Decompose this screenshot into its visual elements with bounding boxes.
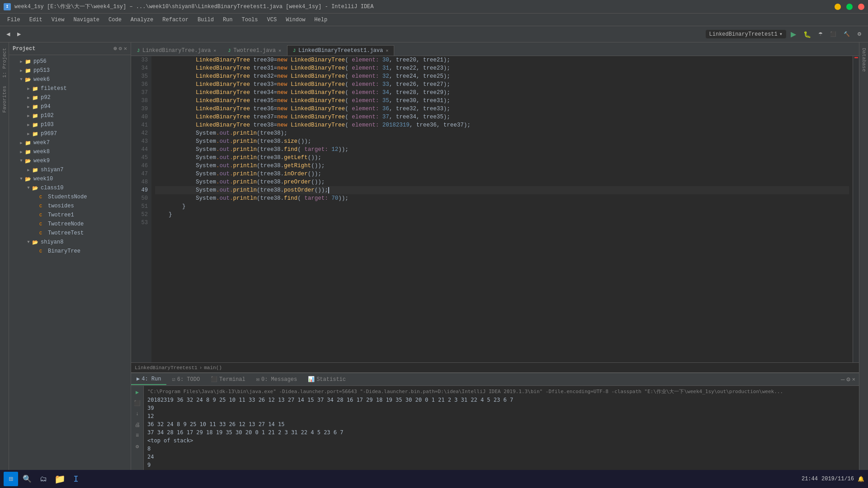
tree-item-p9697[interactable]: ▶ 📁 p9697 [9, 129, 131, 138]
scroll-end-btn[interactable]: ↓ [133, 409, 142, 418]
sidebar-settings-btn[interactable]: ⚙ [119, 45, 122, 52]
run-output[interactable]: "C:\Program Files\Java\jdk-13\bin\java.e… [144, 386, 859, 472]
bottom-tab-todo[interactable]: ☑ 6: TODO [166, 374, 205, 385]
minimize-button[interactable] [835, 4, 841, 10]
project-sidebar: Project ⊕ ⚙ ✕ ▶ 📁 pp56 ▶ 📁 pp513 [9, 42, 131, 472]
menu-code[interactable]: Code [105, 16, 125, 24]
breadcrumb-method: main() [204, 365, 222, 371]
bottom-tab-terminal[interactable]: ⬛ Terminal [205, 374, 251, 385]
menu-build[interactable]: Build [194, 16, 217, 24]
tree-item-twosides[interactable]: C twosides [9, 202, 131, 211]
tree-item-pp56[interactable]: ▶ 📁 pp56 [9, 57, 131, 66]
menu-file[interactable]: File [4, 16, 24, 24]
menu-analyze[interactable]: Analyze [127, 16, 157, 24]
tab-close-0[interactable]: ✕ [213, 48, 216, 53]
tree-item-week8[interactable]: ▶ 📁 week8 [9, 147, 131, 156]
print-btn[interactable]: 🖨 [133, 420, 142, 429]
tree-item-p92[interactable]: ▶ 📁 p92 [9, 93, 131, 102]
tab-close-1[interactable]: ✕ [278, 48, 281, 53]
menu-vcs[interactable]: VCS [264, 16, 281, 24]
rerun-button[interactable]: ▶ [133, 388, 142, 397]
run-config[interactable]: LinkedBinaryTreetest1 ▾ [706, 30, 786, 38]
title-bar-controls[interactable] [835, 4, 864, 10]
panel-minimize-btn[interactable]: — [841, 376, 844, 383]
close-button[interactable] [858, 4, 864, 10]
search-taskbar-btn[interactable]: 🔍 [20, 472, 34, 486]
tree-item-week6[interactable]: ▼ 📂 week6 [9, 75, 131, 84]
menu-refactor[interactable]: Refactor [159, 16, 192, 24]
folder-icon-shiyan8: 📂 [32, 239, 39, 246]
intellij-taskbar-btn[interactable]: I [69, 472, 83, 486]
ln-46: 46 [131, 162, 151, 170]
menu-window[interactable]: Window [282, 16, 309, 24]
forward-button[interactable]: ▶ [14, 30, 24, 38]
project-tab[interactable]: 1: Project [1, 44, 8, 81]
folder-icon-shiyan7: 📁 [32, 166, 39, 174]
panel-close-btn[interactable]: ✕ [852, 376, 855, 383]
tree-item-week10[interactable]: ▼ 📂 week10 [9, 174, 131, 183]
settings-button[interactable]: ⚙ [854, 30, 864, 38]
back-button[interactable]: ◀ [4, 30, 13, 38]
tree-item-shiyan7[interactable]: ▶ 📁 shiyan7 [9, 165, 131, 174]
stop-run-button[interactable]: ⬛ [133, 399, 142, 408]
tree-item-twotreenode[interactable]: C TwotreeNode [9, 220, 131, 229]
sidebar-close-btn[interactable]: ✕ [124, 45, 127, 52]
file-explorer-btn[interactable]: 📁 [52, 472, 67, 486]
folder-icon-week8: 📁 [24, 148, 32, 155]
title-bar: I week4_1sy [E:\作业\大一下\week4_1sy] – ...\… [0, 0, 868, 14]
tab-linkedbinarytree[interactable]: J LinkedBinaryTree.java ✕ [131, 45, 222, 56]
database-tab[interactable]: Database [860, 44, 868, 75]
ln-43: 43 [131, 137, 151, 145]
stop-button[interactable]: ⬛ [827, 30, 839, 38]
menu-tools[interactable]: Tools [238, 16, 262, 24]
tree-item-pp513[interactable]: ▶ 📁 pp513 [9, 66, 131, 75]
bottom-tab-statistic[interactable]: 📊 Statistic [302, 374, 351, 385]
tree-item-binarytree[interactable]: C BinaryTree [9, 247, 131, 256]
menu-run[interactable]: Run [219, 16, 236, 24]
tree-item-week9[interactable]: ▼ 📂 week9 [9, 156, 131, 165]
scrollbar-track[interactable] [853, 56, 859, 362]
run-button[interactable]: ▶ [788, 28, 799, 40]
tab-linkedbinarytreetest1[interactable]: J LinkedBinaryTreetest1.java ✕ [287, 45, 394, 56]
run-cmd-line: "C:\Program Files\Java\jdk-13\bin\java.e… [147, 388, 855, 396]
tab-label-1: Twotree1.java [233, 47, 276, 54]
tree-item-p102[interactable]: ▶ 📁 p102 [9, 111, 131, 120]
settings-run-btn[interactable]: ⚙ [133, 442, 142, 451]
tree-item-p94[interactable]: ▶ 📁 p94 [9, 102, 131, 111]
bottom-tab-messages[interactable]: ✉ 0: Messages [251, 374, 302, 385]
favorites-tab[interactable]: Favorites [1, 82, 8, 116]
panel-settings-btn[interactable]: ⚙ [846, 375, 850, 383]
run-tab-label: 4: Run [142, 376, 161, 382]
tree-item-class10[interactable]: ▼ 📂 class10 [9, 183, 131, 192]
tree-item-twotreetest[interactable]: C TwotreeTest [9, 229, 131, 238]
coverage-button[interactable]: ☂ [816, 30, 826, 38]
tree-item-p103[interactable]: ▶ 📁 p103 [9, 120, 131, 129]
code-line-41: LinkedBinaryTree tree38=new LinkedBinary… [155, 121, 849, 129]
menu-edit[interactable]: Edit [26, 16, 46, 24]
tab-close-2[interactable]: ✕ [386, 48, 388, 53]
run-output-5: 37 34 28 16 17 29 18 19 35 30 20 0 1 21 … [147, 428, 855, 436]
bottom-tab-run[interactable]: ▶ 4: Run [131, 374, 166, 385]
run-output-6: 8 [147, 445, 855, 453]
debug-button[interactable]: 🐛 [801, 29, 814, 39]
build-button[interactable]: 🔨 [841, 30, 853, 38]
ln-33: 33 [131, 56, 151, 64]
tab-twotree1[interactable]: J Twotree1.java ✕ [222, 45, 287, 56]
folder-icon-p94: 📁 [32, 103, 39, 110]
start-button[interactable]: ⊞ [4, 472, 18, 486]
tree-item-filetest[interactable]: ▶ 📁 filetest [9, 84, 131, 93]
code-line-43: System.out.println(tree38.size()); [155, 137, 849, 145]
tree-item-studentsnode[interactable]: C StudentsNode [9, 192, 131, 202]
menu-help[interactable]: Help [311, 16, 331, 24]
taskview-btn[interactable]: 🗂 [36, 472, 51, 486]
menu-navigate[interactable]: Navigate [70, 16, 103, 24]
sidebar-add-btn[interactable]: ⊕ [113, 45, 117, 52]
tree-item-twotree1[interactable]: C Twotree1 [9, 211, 131, 220]
notification-center[interactable]: 🔔 [858, 476, 864, 483]
maximize-button[interactable] [846, 4, 853, 10]
fold-all-btn[interactable]: ≡ [133, 431, 142, 440]
menu-view[interactable]: View [48, 16, 68, 24]
tree-item-shiyan8[interactable]: ▼ 📂 shiyan8 [9, 238, 131, 247]
code-content[interactable]: LinkedBinaryTree tree30=new LinkedBinary… [151, 56, 853, 362]
tree-item-week7[interactable]: ▶ 📁 week7 [9, 138, 131, 147]
